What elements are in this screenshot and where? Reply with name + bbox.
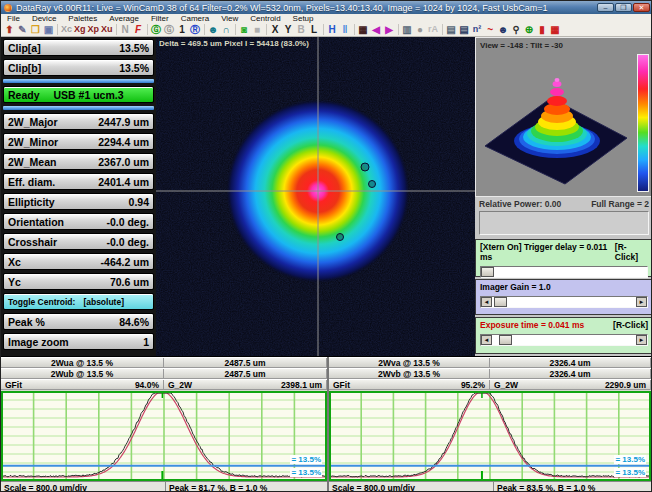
menu-setup[interactable]: Setup <box>287 14 320 23</box>
title-bar[interactable]: DataRay v6.00R11: Live = WinCamD 38 of 6… <box>1 1 652 14</box>
lock-icon[interactable]: ∩ <box>221 23 232 36</box>
scroll-right-arrow[interactable]: ► <box>636 335 647 345</box>
camera-icon[interactable]: ◙ <box>239 23 250 36</box>
separator-bar <box>3 106 154 110</box>
x-profile-clip-level-label: = 13.5% <box>290 468 322 477</box>
ra-button[interactable]: rA <box>428 23 439 36</box>
arrow-left-icon[interactable]: ◀ <box>371 23 382 36</box>
x-profile-status-bar: Scale = 800.0 um/divPeak = 81.7 %, B = 1… <box>1 481 327 492</box>
clip-b-value: 13.5% <box>119 62 149 74</box>
close-button[interactable]: ✕ <box>633 3 650 12</box>
dust-artifact <box>337 234 344 241</box>
y-profile-g2w-label: G_2W <box>494 380 518 390</box>
clip-a[interactable]: Clip[a]13.5% <box>3 39 154 56</box>
scroll-left-arrow[interactable]: ◄ <box>481 297 492 307</box>
trigger-slider-thumb[interactable] <box>481 267 494 277</box>
toolbar: ⬆✎❒▣XcXgXpXuNFⒼⒼ1Ⓡ☻∩◙■XYBLH‖▦◀▶▥●rA▤▤n²~… <box>1 23 652 37</box>
gray-square-icon[interactable]: ■ <box>252 23 263 36</box>
toggle-centroid[interactable]: Toggle Centroid:[absolute] <box>3 293 154 310</box>
pencil-icon[interactable]: ✎ <box>17 23 28 36</box>
gain-slider-thumb[interactable] <box>494 297 507 307</box>
n-button[interactable]: N <box>120 23 131 36</box>
toolbar-separator <box>354 24 355 35</box>
image-zoom[interactable]: Image zoom1 <box>3 333 154 350</box>
ellipticity[interactable]: Ellipticity0.94 <box>3 193 154 210</box>
beam-image[interactable]: Delta = 469.5 um Pixel I = 54418 (83.0%) <box>156 37 475 356</box>
orientation-label: Orientation <box>8 216 64 228</box>
g-gray-circle-icon[interactable]: Ⓖ <box>164 23 175 36</box>
xc-button[interactable]: Xc <box>61 23 72 36</box>
imager-gain-scrollbar[interactable]: ◄ ► <box>480 296 648 308</box>
orientation[interactable]: Orientation-0.0 deg. <box>3 213 154 230</box>
menu-centroid[interactable]: Centroid <box>244 14 286 23</box>
status-ready-label: Ready <box>8 89 40 101</box>
2w-minor[interactable]: 2W_Minor2294.4 um <box>3 133 154 150</box>
y-profile-gfit-row: GFit95.2%G_2W2290.9 um <box>329 379 651 390</box>
n2-button[interactable]: n² <box>472 23 483 36</box>
printer-icon[interactable]: ▤ <box>446 23 457 36</box>
menu-device[interactable]: Device <box>26 14 62 23</box>
crosshair[interactable]: Crosshair-0.0 deg. <box>3 233 154 250</box>
x-profile-profile-plot[interactable] <box>1 391 327 481</box>
x-button[interactable]: X <box>270 23 281 36</box>
person-icon[interactable]: ☻ <box>208 23 219 36</box>
menu-view[interactable]: View <box>215 14 244 23</box>
scroll-left-arrow[interactable]: ◄ <box>481 335 492 345</box>
exposure-slider-thumb[interactable] <box>499 335 512 345</box>
g-green-circle-icon[interactable]: Ⓖ <box>151 23 162 36</box>
orientation-value: -0.0 deg. <box>106 216 149 228</box>
gray-dot-icon[interactable]: ● <box>415 23 426 36</box>
3d-profile-view[interactable]: View = -148 : Tilt = -30 <box>475 37 652 197</box>
wave-icon[interactable]: ~ <box>485 23 496 36</box>
save-icon[interactable]: ▣ <box>43 23 54 36</box>
target-icon[interactable]: ⊕ <box>524 23 535 36</box>
printer2-icon[interactable]: ▤ <box>459 23 470 36</box>
magnifier-icon[interactable]: ⚲ <box>511 23 522 36</box>
2w-mean-value: 2367.0 um <box>98 156 149 168</box>
copy-icon[interactable]: ▥ <box>402 23 413 36</box>
y-profile-status-bar: Scale = 800.0 um/divPeak = 83.5 %, B = 1… <box>329 481 651 492</box>
toggle-centroid-label: Toggle Centroid: <box>8 297 75 307</box>
pause-icon[interactable]: ‖ <box>340 23 351 36</box>
menu-camera[interactable]: Camera <box>175 14 215 23</box>
menu-palettes[interactable]: Palettes <box>62 14 103 23</box>
trigger-delay-label: [Xtern On] Trigger delay = 0.011 ms <box>480 242 615 262</box>
open-folder-icon[interactable]: ❒ <box>30 23 41 36</box>
grid-icon[interactable]: ▦ <box>358 23 369 36</box>
arrow-right-icon[interactable]: ▶ <box>384 23 395 36</box>
r-blue-circle-icon[interactable]: Ⓡ <box>190 23 201 36</box>
menu-file[interactable]: File <box>1 14 26 23</box>
person2-icon[interactable]: ☻ <box>498 23 509 36</box>
xp-button[interactable]: Xp <box>88 23 100 36</box>
y-profile-clip-level-label: = 13.5% <box>614 455 646 464</box>
exposure-scrollbar[interactable]: ◄ ► <box>480 334 648 346</box>
one-button[interactable]: 1 <box>177 23 188 36</box>
menu-filter[interactable]: Filter <box>145 14 175 23</box>
2w-major[interactable]: 2W_Major2447.9 um <box>3 113 154 130</box>
thermometer-icon[interactable]: ▮ <box>537 23 548 36</box>
y-profile-profile-plot[interactable] <box>329 391 651 481</box>
h-button[interactable]: H <box>327 23 338 36</box>
peak-pct[interactable]: Peak %84.6% <box>3 313 154 330</box>
xu-button[interactable]: Xu <box>101 23 113 36</box>
trigger-delay-slider[interactable] <box>480 266 648 278</box>
menu-average[interactable]: Average <box>103 14 145 23</box>
toolbar-separator <box>116 24 117 35</box>
clip-b[interactable]: Clip[b]13.5% <box>3 59 154 76</box>
maximize-button[interactable]: ❐ <box>615 3 632 12</box>
yc[interactable]: Yc70.6 um <box>3 273 154 290</box>
l-button[interactable]: L <box>309 23 320 36</box>
upload-arrow-icon[interactable]: ⬆ <box>4 23 15 36</box>
xg-button[interactable]: Xg <box>74 23 86 36</box>
eff-diam[interactable]: Eff. diam.2401.4 um <box>3 173 154 190</box>
2w-mean[interactable]: 2W_Mean2367.0 um <box>3 153 154 170</box>
f-button[interactable]: F <box>133 23 144 36</box>
status-ready[interactable]: ReadyUSB #1 ucm.3 <box>3 86 154 103</box>
minimize-button[interactable]: – <box>597 3 614 12</box>
scroll-right-arrow[interactable]: ► <box>636 297 647 307</box>
xc[interactable]: Xc-464.2 um <box>3 253 154 270</box>
comb-icon[interactable]: ▦ <box>550 23 561 36</box>
y-button[interactable]: Y <box>283 23 294 36</box>
b-button[interactable]: B <box>296 23 307 36</box>
2w-major-value: 2447.9 um <box>98 116 149 128</box>
